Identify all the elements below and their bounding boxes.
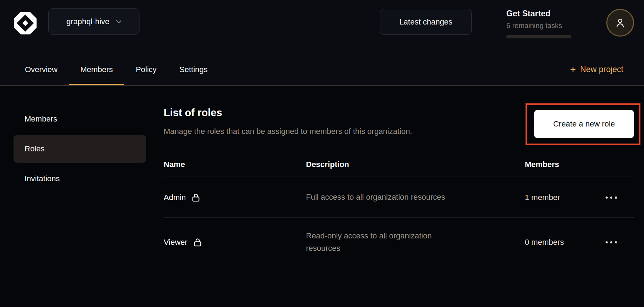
tab-settings[interactable]: Settings xyxy=(168,53,219,86)
tab-policy-label: Policy xyxy=(136,65,157,74)
members-sidebar: Members Roles Invitations xyxy=(14,105,146,195)
org-selector-dropdown[interactable]: graphql-hive xyxy=(48,8,139,35)
page-title: List of roles xyxy=(164,107,222,119)
org-tabbar: Overview Members Policy Settings xyxy=(14,53,219,86)
sidebar-item-roles[interactable]: Roles xyxy=(14,135,146,163)
tab-members-label: Members xyxy=(80,65,113,74)
role-description: Read-only access to all organization res… xyxy=(306,218,468,266)
sidebar-item-invitations-label: Invitations xyxy=(25,174,60,183)
get-started-progress-bar xyxy=(506,35,571,38)
hive-logo xyxy=(13,11,38,36)
roles-table-header: Name Description Members xyxy=(164,152,635,177)
org-selector-label: graphql-hive xyxy=(66,17,109,26)
role-name: Admin xyxy=(164,193,186,202)
create-role-button[interactable]: Create a new role xyxy=(534,110,634,138)
role-name-cell: Viewer xyxy=(164,218,202,266)
role-name-cell: Admin xyxy=(164,177,201,217)
table-row: Viewer Read-only access to all organizat… xyxy=(164,218,635,266)
ellipsis-icon xyxy=(605,196,618,199)
role-members-count: 1 member xyxy=(525,177,560,217)
sidebar-item-members[interactable]: Members xyxy=(14,105,146,133)
app-window: graphql-hive Latest changes Get Started … xyxy=(0,0,644,307)
row-menu-button[interactable] xyxy=(602,177,620,217)
latest-changes-button[interactable]: Latest changes xyxy=(380,9,472,35)
page-subtitle: Manage the roles that can be assigned to… xyxy=(164,127,412,136)
table-row: Admin Full access to all organization re… xyxy=(164,177,635,217)
get-started-panel[interactable]: Get Started 6 remaining tasks xyxy=(506,9,571,38)
user-icon xyxy=(614,17,626,29)
sidebar-item-roles-label: Roles xyxy=(25,144,44,154)
column-header-name: Name xyxy=(164,152,185,177)
new-project-label: New project xyxy=(580,65,623,74)
ellipsis-icon xyxy=(605,241,618,244)
column-header-members: Members xyxy=(525,152,559,177)
sidebar-item-members-label: Members xyxy=(25,114,57,124)
role-name: Viewer xyxy=(164,238,188,247)
tab-overview[interactable]: Overview xyxy=(14,53,69,86)
user-avatar-button[interactable] xyxy=(606,9,634,37)
get-started-title: Get Started xyxy=(506,9,571,18)
tab-overview-label: Overview xyxy=(25,65,58,74)
plus-icon: + xyxy=(570,65,576,75)
latest-changes-label: Latest changes xyxy=(399,17,452,27)
sidebar-item-invitations[interactable]: Invitations xyxy=(14,165,146,193)
role-members-count: 0 members xyxy=(525,218,564,266)
lock-icon xyxy=(191,193,201,203)
column-header-description: Description xyxy=(306,152,349,177)
new-project-button[interactable]: + New project xyxy=(570,53,623,86)
row-menu-button[interactable] xyxy=(602,218,620,266)
role-description: Full access to all organization resource… xyxy=(306,177,468,217)
tab-settings-label: Settings xyxy=(179,65,208,74)
chevron-down-icon xyxy=(116,20,122,23)
create-role-button-label: Create a new role xyxy=(553,119,615,129)
tab-members[interactable]: Members xyxy=(69,53,125,86)
lock-icon xyxy=(193,237,202,247)
roles-panel: List of roles Manage the roles that can … xyxy=(164,86,635,307)
tab-policy[interactable]: Policy xyxy=(124,53,168,86)
get-started-subtitle: 6 remaining tasks xyxy=(506,22,571,30)
